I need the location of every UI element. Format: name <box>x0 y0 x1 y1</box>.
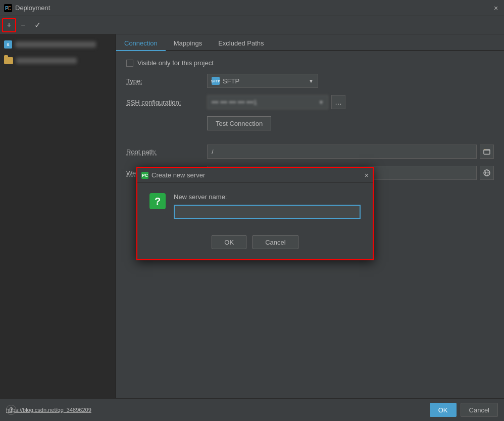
root-path-row: Root path: <box>126 145 494 159</box>
root-path-control <box>207 145 494 159</box>
root-path-input[interactable] <box>207 145 477 159</box>
svg-rect-3 <box>484 150 490 154</box>
browse-root-button[interactable] <box>480 145 494 159</box>
sidebar: S <box>0 34 116 398</box>
visible-only-row: Visible only for this project <box>126 59 494 67</box>
create-server-dialog: PC Create new server × ? New server name… <box>136 167 374 260</box>
dialog-body: ? New server name: <box>137 183 373 229</box>
ssh-value: ••• ••• ••• ••• •••1 <box>212 99 257 106</box>
type-label: Type: <box>126 77 207 85</box>
tabs: Connection Mappings Excluded Paths <box>116 34 504 51</box>
type-chevron-icon: ▼ <box>309 78 314 84</box>
sftp-icon: S <box>4 40 12 49</box>
title-bar: P C Deployment × <box>0 0 504 16</box>
tab-connection[interactable]: Connection <box>116 36 166 51</box>
dialog-title: Create new server <box>152 171 365 179</box>
sidebar-item[interactable] <box>0 53 116 69</box>
server-name-input[interactable] <box>174 205 361 219</box>
dialog-title-bar: PC Create new server × <box>137 168 373 183</box>
visible-only-checkbox[interactable] <box>126 60 133 67</box>
root-path-label: Root path: <box>126 148 207 156</box>
sftp-type-icon: SFTP <box>212 77 220 85</box>
sidebar-item[interactable]: S <box>0 36 116 53</box>
close-window-button[interactable]: × <box>492 4 500 12</box>
ssh-settings-button[interactable]: … <box>331 95 345 109</box>
server-name-blurred <box>16 58 77 64</box>
remove-server-button[interactable]: − <box>16 18 30 32</box>
ssh-chevron-icon: ▼ <box>319 100 324 105</box>
help-icon[interactable]: ? <box>6 405 16 415</box>
ok-button[interactable]: OK <box>430 403 457 417</box>
dialog-cancel-button[interactable]: Cancel <box>253 235 298 249</box>
dialog-footer: OK Cancel <box>137 229 373 259</box>
type-select[interactable]: SFTP SFTP ▼ <box>207 74 318 88</box>
svg-text:C: C <box>8 6 11 11</box>
cancel-button[interactable]: Cancel <box>461 403 498 417</box>
window-title: Deployment <box>15 4 492 12</box>
ssh-row: SSH configuration: ••• ••• ••• ••• •••1 … <box>126 95 494 109</box>
visible-only-label: Visible only for this project <box>137 59 214 67</box>
server-name-blurred <box>15 41 96 48</box>
app-icon: P C <box>4 4 12 12</box>
server-name-label: New server name: <box>174 193 361 201</box>
tab-excluded-paths[interactable]: Excluded Paths <box>210 36 272 51</box>
ssh-label: SSH configuration: <box>126 99 207 106</box>
tab-mappings[interactable]: Mappings <box>166 36 210 51</box>
bottom-bar: https://blog.csdn.net/qq_34896209 OK Can… <box>0 398 504 421</box>
dialog-ok-button[interactable]: OK <box>212 235 246 249</box>
open-browser-button[interactable] <box>480 166 494 180</box>
add-server-button[interactable]: + <box>2 18 16 32</box>
test-connection-button[interactable]: Test Connection <box>207 116 271 130</box>
dialog-form: New server name: <box>174 193 361 219</box>
folder-icon <box>4 57 13 64</box>
confirm-button[interactable]: ✓ <box>30 18 44 32</box>
dialog-close-button[interactable]: × <box>365 171 369 179</box>
type-value: SFTP <box>223 77 239 85</box>
type-row: Type: SFTP SFTP ▼ <box>126 74 494 88</box>
test-connection-row: Test Connection <box>126 116 494 137</box>
toolbar: + − ✓ <box>0 16 504 34</box>
csdn-link[interactable]: https://blog.csdn.net/qq_34896209 <box>6 407 91 413</box>
ssh-control: ••• ••• ••• ••• •••1 ▼ … <box>207 95 494 109</box>
type-control: SFTP SFTP ▼ <box>207 74 494 88</box>
ssh-select[interactable]: ••• ••• ••• ••• •••1 ▼ <box>207 95 328 109</box>
question-icon: ? <box>149 193 166 209</box>
dialog-app-icon: PC <box>141 172 148 179</box>
